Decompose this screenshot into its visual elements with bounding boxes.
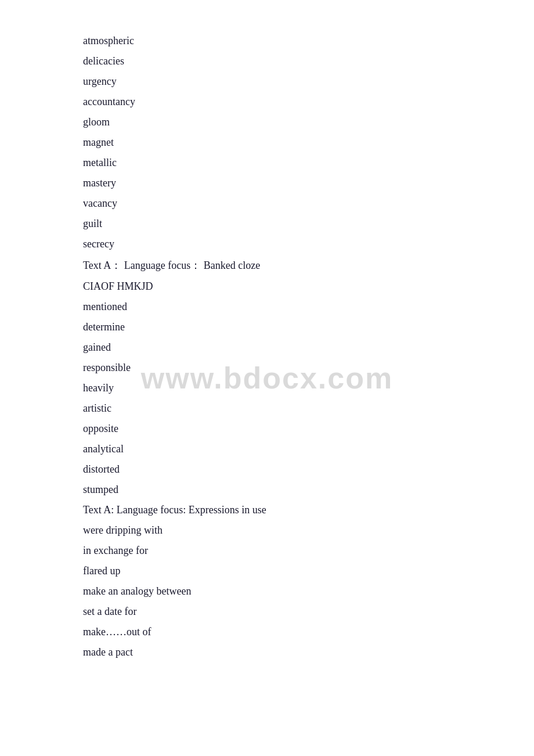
- item-16: responsible: [83, 362, 534, 374]
- item-10: guilt: [83, 218, 534, 230]
- item-19: opposite: [83, 423, 534, 435]
- item-1: atmospheric: [83, 35, 534, 47]
- section-1: Text A： Language focus： Banked cloze: [83, 258, 534, 272]
- item-26: make an analogy between: [83, 585, 534, 597]
- item-17: heavily: [83, 382, 534, 394]
- item-29: made a pact: [83, 646, 534, 658]
- item-22: stumped: [83, 484, 534, 496]
- item-24: in exchange for: [83, 545, 534, 557]
- item-25: flared up: [83, 565, 534, 577]
- section-2: Text A: Language focus: Expressions in u…: [83, 504, 534, 516]
- item-2: delicacies: [83, 55, 534, 67]
- item-4: accountancy: [83, 96, 534, 108]
- item-3: urgency: [83, 75, 534, 88]
- item-15: gained: [83, 341, 534, 354]
- item-18: artistic: [83, 402, 534, 415]
- content-list: atmosphericdelicaciesurgencyaccountancyg…: [83, 35, 534, 658]
- item-20: analytical: [83, 443, 534, 455]
- item-8: mastery: [83, 177, 534, 189]
- item-12: CIAOF HMKJD: [83, 280, 534, 293]
- item-28: make……out of: [83, 626, 534, 638]
- item-23: were dripping with: [83, 524, 534, 537]
- item-6: magnet: [83, 136, 534, 149]
- item-21: distorted: [83, 463, 534, 476]
- item-7: metallic: [83, 157, 534, 169]
- item-14: determine: [83, 321, 534, 333]
- item-5: gloom: [83, 116, 534, 128]
- item-13: mentioned: [83, 301, 534, 313]
- item-11: secrecy: [83, 238, 534, 250]
- item-9: vacancy: [83, 197, 534, 210]
- item-27: set a date for: [83, 606, 534, 618]
